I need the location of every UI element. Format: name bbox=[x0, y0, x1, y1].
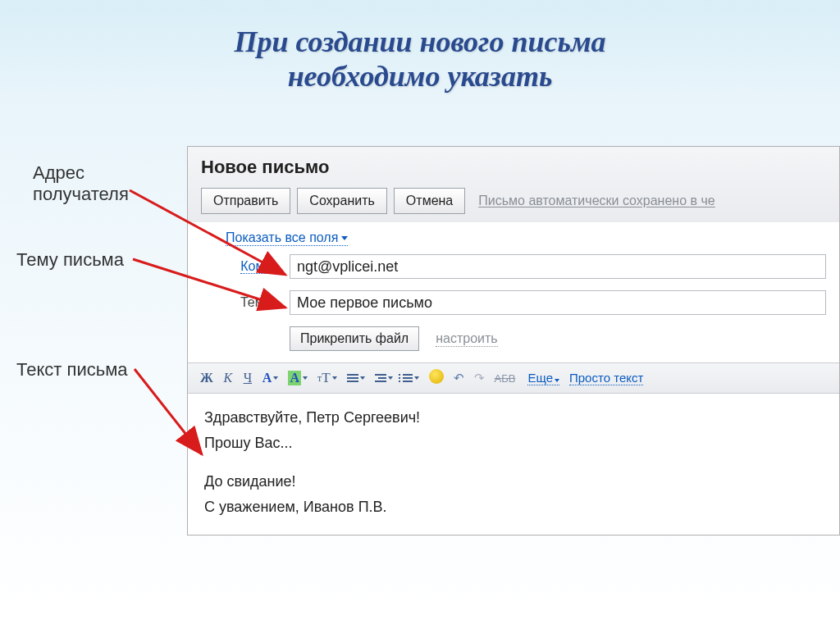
chevron-down-icon bbox=[414, 376, 419, 380]
more-formats-link[interactable]: Еще bbox=[527, 371, 559, 385]
email-compose-panel: Новое письмо Отправить Сохранить Отмена … bbox=[187, 146, 840, 536]
panel-title: Новое письмо bbox=[201, 157, 826, 178]
cancel-button[interactable]: Отмена bbox=[394, 188, 465, 214]
to-input[interactable] bbox=[290, 254, 826, 279]
highlight-button[interactable]: А bbox=[285, 370, 310, 386]
fields-area: Показать все поля Кому: Тема: Прикрепить… bbox=[188, 222, 839, 362]
body-line: Прошу Вас... bbox=[204, 432, 823, 454]
smiley-icon bbox=[429, 369, 444, 384]
chevron-down-icon bbox=[388, 376, 393, 380]
subject-label: Тема: bbox=[226, 295, 275, 310]
slide-title-line2: необходимо указать bbox=[0, 59, 840, 93]
to-field-row: Кому: bbox=[226, 254, 826, 279]
bold-button[interactable]: Ж bbox=[198, 370, 216, 386]
toolbar: Отправить Сохранить Отмена Письмо автома… bbox=[201, 188, 826, 214]
panel-header: Новое письмо Отправить Сохранить Отмена … bbox=[188, 147, 839, 222]
chevron-down-icon bbox=[332, 376, 337, 380]
chevron-down-icon bbox=[303, 376, 308, 380]
label-subject: Тему письма bbox=[16, 249, 124, 271]
attach-file-button[interactable]: Прикрепить файл bbox=[290, 326, 419, 351]
clear-format-button[interactable]: АБВ bbox=[492, 371, 518, 385]
label-address: Адресполучателя bbox=[33, 162, 129, 205]
subject-field-row: Тема: bbox=[226, 290, 826, 315]
undo-button[interactable]: ↶ bbox=[451, 370, 467, 386]
format-toolbar: Ж К Ч А А тТ ↶ ↷ АБВ Еще Просто текст bbox=[188, 362, 839, 394]
align-button[interactable] bbox=[345, 373, 368, 383]
align-icon bbox=[347, 374, 358, 382]
send-button[interactable]: Отправить bbox=[201, 188, 290, 214]
indent-icon bbox=[375, 374, 386, 382]
emoji-button[interactable] bbox=[427, 368, 446, 388]
list-button[interactable] bbox=[400, 373, 422, 383]
plain-text-link[interactable]: Просто текст bbox=[569, 371, 643, 385]
show-all-fields-link[interactable]: Показать все поля bbox=[226, 230, 348, 246]
italic-button[interactable]: К bbox=[221, 370, 235, 386]
slide-title-line1: При создании нового письма bbox=[0, 25, 840, 59]
settings-link[interactable]: настроить bbox=[436, 331, 497, 347]
redo-button[interactable]: ↷ bbox=[472, 370, 487, 386]
list-icon bbox=[403, 374, 413, 382]
font-size-button[interactable]: тТ bbox=[315, 369, 340, 387]
label-body: Текст письма bbox=[16, 359, 128, 381]
font-color-button[interactable]: А bbox=[260, 370, 281, 386]
chevron-down-icon bbox=[360, 376, 365, 380]
autosave-text: Письмо автоматически сохранено в че bbox=[478, 194, 714, 208]
email-body[interactable]: Здравствуйте, Петр Сергеевич! Прошу Вас.… bbox=[188, 394, 839, 535]
body-line: Здравствуйте, Петр Сергеевич! bbox=[204, 407, 823, 429]
slide-title: При создании нового письма необходимо ук… bbox=[0, 0, 840, 93]
indent-button[interactable] bbox=[372, 373, 395, 383]
body-line: С уважением, Иванов П.В. bbox=[204, 496, 823, 518]
chevron-down-icon bbox=[555, 379, 559, 382]
body-line: До свидание! bbox=[204, 471, 823, 493]
attach-row: Прикрепить файл настроить bbox=[290, 326, 826, 351]
subject-input[interactable] bbox=[290, 290, 826, 315]
chevron-down-icon bbox=[341, 236, 348, 240]
chevron-down-icon bbox=[273, 376, 278, 380]
to-label[interactable]: Кому: bbox=[226, 259, 275, 274]
underline-button[interactable]: Ч bbox=[240, 370, 255, 386]
save-button[interactable]: Сохранить bbox=[297, 188, 387, 214]
